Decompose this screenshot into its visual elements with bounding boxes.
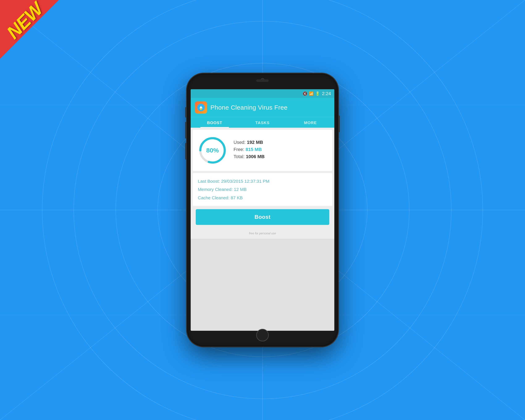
- app-title: Phone Cleaning Virus Free: [210, 104, 288, 111]
- home-button[interactable]: [256, 329, 269, 341]
- earpiece: [256, 79, 269, 82]
- last-boost-row: Last Boost: 29/03/2015 12:37:31 PM: [198, 178, 327, 184]
- svg-point-7: [200, 108, 202, 110]
- silent-button: [185, 143, 187, 160]
- memory-total-row: Total: 1006 MB: [234, 154, 327, 159]
- content-area: 80% Used: 192 MB Free: 815 MB: [191, 128, 334, 239]
- cache-cleaned-label: Cache Cleaned:: [198, 195, 230, 200]
- tab-boost[interactable]: BOOST: [191, 117, 239, 128]
- status-bar: 🔇 📶 🔋 2:24: [191, 89, 334, 98]
- status-icons: 🔇 📶 🔋: [303, 91, 320, 96]
- used-label: Used:: [234, 140, 245, 145]
- app-icon: [195, 102, 207, 114]
- boost-button-wrapper: Boost: [193, 208, 332, 228]
- volume-up-button: [185, 107, 187, 118]
- total-label: Total:: [234, 154, 245, 159]
- memory-used-row: Used: 192 MB: [234, 140, 327, 145]
- watermark: free for personal use: [193, 230, 332, 237]
- status-time: 2:24: [322, 91, 331, 96]
- last-boost-label: Last Boost:: [198, 179, 220, 184]
- volume-down-button: [185, 122, 187, 139]
- memory-free-row: Free: 815 MB: [234, 147, 327, 152]
- boost-button[interactable]: Boost: [196, 209, 329, 225]
- memory-cleaned-value: 12 MB: [234, 187, 247, 192]
- total-value-text: 1006 MB: [246, 154, 265, 159]
- wifi-icon: 📶: [309, 91, 314, 96]
- tab-bar: BOOST TASKS MORE: [191, 117, 334, 128]
- tab-more[interactable]: MORE: [286, 117, 334, 128]
- memory-card: 80% Used: 192 MB Free: 815 MB: [193, 130, 332, 171]
- free-value-text: 815 MB: [245, 147, 262, 152]
- tab-tasks[interactable]: TASKS: [239, 117, 286, 128]
- memory-percent: 80%: [206, 147, 219, 154]
- phone-device: 🔇 📶 🔋 2:24 Phone Cleaning Vir: [187, 74, 338, 346]
- memory-cleaned-row: Memory Cleaned: 12 MB: [198, 186, 327, 192]
- phone-body: 🔇 📶 🔋 2:24 Phone Cleaning Vir: [187, 74, 338, 346]
- memory-cleaned-label: Memory Cleaned:: [198, 187, 233, 192]
- last-boost-value: 29/03/2015 12:37:31 PM: [221, 179, 269, 184]
- cache-cleaned-value: 87 KB: [231, 195, 243, 200]
- cache-cleaned-row: Cache Cleaned: 87 KB: [198, 195, 327, 201]
- power-button: [338, 115, 340, 132]
- memory-info: Used: 192 MB Free: 815 MB Total: 1006 MB: [234, 140, 327, 161]
- mute-icon: 🔇: [303, 91, 307, 96]
- memory-circle-chart: 80%: [198, 136, 227, 165]
- used-value-text: 192 MB: [247, 140, 263, 145]
- app-bar: Phone Cleaning Virus Free: [191, 98, 334, 117]
- phone-screen: 🔇 📶 🔋 2:24 Phone Cleaning Vir: [191, 89, 334, 331]
- battery-icon: 🔋: [315, 91, 320, 96]
- free-label: Free:: [234, 147, 244, 152]
- stats-card: Last Boost: 29/03/2015 12:37:31 PM Memor…: [193, 173, 332, 206]
